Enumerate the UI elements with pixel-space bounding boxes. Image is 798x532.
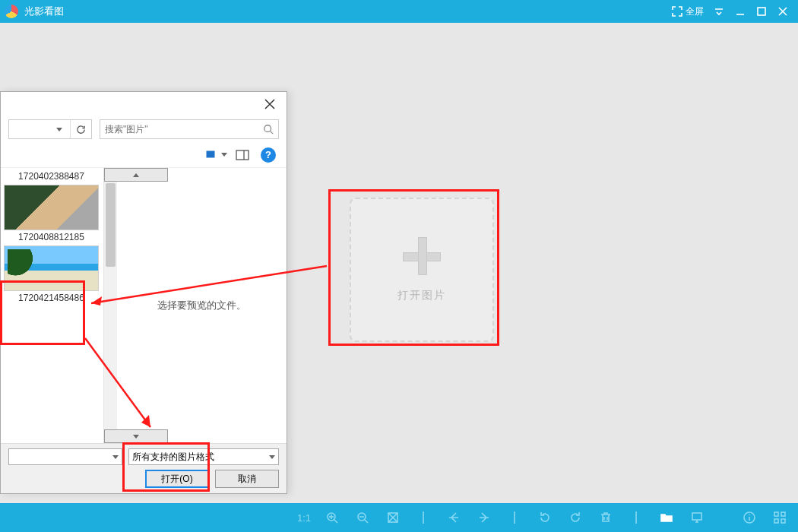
dialog-footer: 所有支持的图片格式 打开(O) 取消 (1, 443, 287, 493)
close-icon (777, 6, 788, 17)
thumb-caption: 1720402388487 (4, 171, 99, 182)
file-open-dialog: ? 1720402388487 1720408812185 1720421458… (0, 91, 287, 494)
plus-icon (403, 237, 441, 275)
path-history-box[interactable] (8, 119, 92, 139)
close-icon (264, 99, 275, 109)
maximize-icon (756, 6, 767, 17)
maximize-button[interactable] (751, 0, 772, 23)
zoom-out-icon (356, 511, 369, 524)
bottom-toolbar: 1:1 (0, 503, 798, 532)
scrollbar[interactable] (103, 168, 117, 443)
help-button[interactable]: ? (258, 147, 279, 163)
prev-button[interactable] (439, 503, 469, 532)
thumb-image (4, 245, 99, 291)
divider-3 (621, 503, 651, 532)
svg-rect-7 (692, 513, 701, 520)
trash-icon (599, 511, 613, 524)
dropzone-label: 打开图片 (397, 289, 446, 302)
path-dropdown[interactable] (49, 120, 70, 138)
search-box[interactable] (100, 119, 279, 139)
slideshow-icon (690, 511, 704, 524)
scroll-handle[interactable] (106, 183, 116, 267)
menu-down-icon (714, 6, 724, 17)
fullscreen-button[interactable]: 全屏 (667, 5, 708, 18)
info-button[interactable] (734, 503, 765, 532)
grid-icon (773, 511, 787, 524)
path-refresh[interactable] (70, 120, 91, 138)
filename-combo[interactable] (8, 448, 122, 465)
list-item[interactable]: 1720408812185 (4, 185, 99, 242)
slideshow-button[interactable] (682, 503, 712, 532)
open-image-dropzone[interactable]: 打开图片 (350, 198, 494, 342)
open-folder-button[interactable] (651, 503, 682, 532)
filter-label: 所有支持的图片格式 (132, 451, 214, 464)
thumb-caption: 1720408812185 (4, 232, 99, 242)
open-button-label: 打开(O) (161, 473, 192, 486)
folder-open-icon (660, 511, 673, 524)
zoom-in-button[interactable] (317, 503, 347, 532)
search-icon (263, 124, 274, 135)
svg-point-13 (264, 125, 271, 132)
preview-pane: 选择要预览的文件。 (117, 168, 287, 443)
dialog-close-button[interactable] (259, 93, 280, 115)
grid-button[interactable] (765, 503, 795, 532)
rotate-ccw-icon (538, 511, 552, 524)
search-input[interactable] (105, 124, 263, 135)
refresh-icon (76, 125, 86, 135)
svg-rect-10 (781, 512, 785, 516)
ratio-button[interactable]: 1:1 (291, 503, 317, 532)
svg-rect-9 (774, 512, 778, 516)
arrow-left-icon (447, 511, 461, 524)
minimize-button[interactable] (730, 0, 751, 23)
filter-combo[interactable]: 所有支持的图片格式 (128, 448, 279, 465)
zoom-out-button[interactable] (347, 503, 378, 532)
svg-rect-11 (774, 519, 778, 523)
list-item[interactable]: 1720421458486 (4, 245, 99, 303)
rotate-ccw-button[interactable] (530, 503, 560, 532)
thumb-image (4, 185, 99, 230)
thumbnails-icon (206, 150, 218, 160)
svg-rect-12 (781, 519, 785, 523)
app-title: 光影看图 (24, 5, 64, 18)
fullscreen-label: 全屏 (686, 5, 704, 18)
menu-button[interactable] (708, 0, 730, 23)
zoom-in-icon (325, 511, 339, 524)
title-bar: 光影看图 全屏 (0, 0, 798, 23)
thumbnail-list: 1720402388487 1720408812185 172042145848… (1, 168, 103, 443)
divider-2 (499, 503, 530, 532)
expand-icon (672, 6, 682, 17)
info-icon (743, 511, 756, 524)
svg-rect-14 (207, 151, 214, 157)
thumb-caption: 1720421458486 (4, 293, 99, 303)
close-button[interactable] (772, 0, 793, 23)
next-button[interactable] (469, 503, 499, 532)
arrow-right-icon (477, 511, 491, 524)
svg-rect-15 (236, 150, 249, 160)
cancel-button[interactable]: 取消 (215, 470, 279, 488)
rotate-cw-button[interactable] (560, 503, 591, 532)
open-button[interactable]: 打开(O) (145, 470, 209, 488)
view-mode-select[interactable] (206, 147, 227, 163)
list-item[interactable]: 1720402388487 (4, 171, 99, 182)
preview-pane-toggle[interactable] (232, 147, 253, 163)
fit-button[interactable] (378, 503, 408, 532)
svg-rect-0 (758, 8, 765, 15)
preview-hint: 选择要预览的文件。 (157, 299, 246, 312)
rotate-cw-icon (568, 511, 582, 524)
ratio-label: 1:1 (297, 512, 311, 524)
dialog-toolbar: ? (1, 142, 287, 168)
divider-1 (408, 503, 439, 532)
minimize-icon (735, 6, 746, 17)
fit-icon (386, 511, 400, 524)
scroll-down-button[interactable] (104, 429, 168, 443)
help-icon: ? (261, 147, 276, 163)
app-logo-icon (5, 5, 18, 18)
cancel-button-label: 取消 (238, 473, 256, 486)
scroll-up-button[interactable] (104, 168, 168, 182)
delete-button[interactable] (591, 503, 621, 532)
preview-pane-icon (236, 150, 249, 160)
